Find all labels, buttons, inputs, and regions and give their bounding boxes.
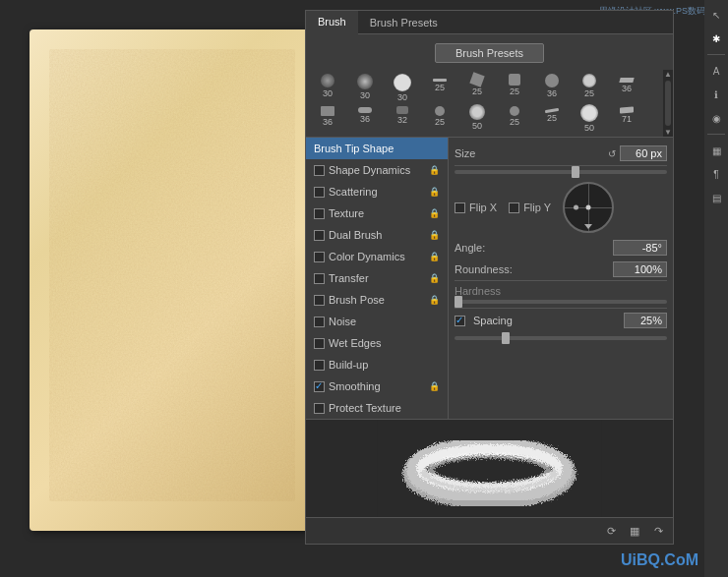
hardness-slider-thumb[interactable] [455, 296, 462, 308]
scroll-up-arrow[interactable]: ▲ [664, 70, 672, 79]
brush-item[interactable]: 25 [497, 104, 532, 133]
flip-x-item[interactable]: Flip X [455, 202, 497, 213]
size-slider-thumb[interactable] [572, 166, 579, 178]
brush-presets-button[interactable]: Brush Presets [435, 43, 544, 63]
brush-item[interactable]: 71 [609, 104, 644, 133]
brush-item[interactable]: 25 [534, 104, 570, 133]
panel-icon-arrow[interactable]: ↷ [649, 522, 667, 540]
brush-grid: 30 30 30 25 25 25 [306, 70, 663, 137]
spacing-checkbox[interactable] [455, 316, 465, 326]
brush-item[interactable]: 25 [422, 74, 457, 102]
color-dynamics-lock: 🔒 [429, 252, 440, 261]
transfer-lock: 🔒 [429, 273, 440, 283]
smoothing-checkbox[interactable] [314, 381, 325, 392]
tab-brush-presets[interactable]: Brush Presets [358, 11, 450, 33]
texture-checkbox[interactable] [314, 208, 325, 219]
shape-dynamics-checkbox[interactable] [314, 165, 325, 176]
brush-list-item-brush-tip-shape[interactable]: Brush Tip Shape [306, 138, 448, 159]
spacing-slider-thumb[interactable] [502, 332, 510, 344]
brush-list-item-scattering[interactable]: Scattering 🔒 [306, 181, 448, 202]
transfer-label: Transfer [329, 272, 369, 284]
list-icon[interactable]: ▤ [706, 188, 726, 207]
brush-list-item-wet-edges[interactable]: Wet Edges [306, 332, 448, 354]
brush-list-item-color-dynamics[interactable]: Color Dynamics 🔒 [306, 246, 448, 267]
hardness-row: Hardness [455, 280, 667, 308]
shape-dynamics-lock: 🔒 [429, 165, 440, 175]
brush-item[interactable]: 25 [497, 74, 532, 102]
roundness-input[interactable] [613, 261, 667, 277]
cursor-icon[interactable]: ↖ [706, 5, 726, 25]
spacing-input[interactable] [624, 313, 667, 328]
protect-texture-label: Protect Texture [329, 402, 401, 414]
angle-row: Angle: [455, 237, 667, 259]
panel-icon-loop[interactable]: ⟳ [602, 522, 620, 540]
brush-list-item-smoothing[interactable]: Smoothing 🔒 [306, 375, 448, 397]
grid-scrollbar[interactable]: ▲ ▼ [663, 70, 673, 137]
dual-brush-label: Dual Brush [329, 229, 382, 241]
spacing-label: Spacing [473, 315, 513, 326]
brush-list-item-build-up[interactable]: Build-up [306, 354, 448, 375]
brush-item[interactable]: 25 [459, 74, 495, 102]
dual-brush-checkbox[interactable] [314, 230, 325, 241]
brush-item[interactable]: 36 [347, 104, 383, 133]
protect-texture-checkbox[interactable] [314, 403, 325, 414]
flip-y-checkbox[interactable] [509, 202, 519, 213]
size-slider-row [455, 166, 667, 178]
panel-icon-grid[interactable]: ▦ [626, 522, 643, 540]
brush-item[interactable]: 30 [385, 74, 420, 102]
paragraph-icon[interactable]: ¶ [706, 164, 726, 184]
brush-item[interactable]: 50 [459, 104, 495, 133]
scattering-label: Scattering [329, 186, 378, 198]
compass-dot-center [586, 205, 591, 210]
angle-input[interactable] [613, 240, 667, 256]
brush-list-item-dual-brush[interactable]: Dual Brush 🔒 [306, 224, 448, 246]
tab-brush[interactable]: Brush [306, 11, 358, 34]
brush-list-item-texture[interactable]: Texture 🔒 [306, 202, 448, 224]
brush-icon[interactable]: ✱ [706, 29, 726, 48]
transfer-checkbox[interactable] [314, 273, 325, 284]
color-icon[interactable]: ◉ [706, 108, 726, 128]
grid-icon[interactable]: ▦ [706, 141, 726, 160]
size-refresh-icon[interactable]: ↺ [608, 148, 616, 159]
brush-list-item-noise[interactable]: Noise [306, 311, 448, 332]
brush-list-item-shape-dynamics[interactable]: Shape Dynamics 🔒 [306, 159, 448, 181]
size-slider-track[interactable] [455, 170, 667, 174]
texture-label: Texture [329, 207, 364, 219]
scattering-checkbox[interactable] [314, 187, 325, 198]
size-row: Size ↺ [455, 142, 667, 166]
brush-item[interactable]: 25 [572, 74, 607, 102]
brush-item[interactable]: 36 [534, 74, 570, 102]
flip-y-item[interactable]: Flip Y [509, 202, 551, 213]
spacing-slider-track[interactable] [455, 336, 667, 340]
roundness-label: Roundness: [455, 263, 525, 275]
brush-tip-shape-label: Brush Tip Shape [314, 143, 394, 154]
brush-item[interactable]: 30 [310, 74, 345, 102]
brush-item[interactable]: 25 [422, 104, 457, 133]
compass-widget[interactable] [563, 182, 614, 233]
brush-pose-lock: 🔒 [429, 295, 440, 305]
brush-list-item-brush-pose[interactable]: Brush Pose 🔒 [306, 289, 448, 311]
flip-x-checkbox[interactable] [455, 202, 465, 213]
hardness-slider[interactable] [455, 300, 667, 304]
info-icon[interactable]: ℹ [706, 85, 726, 104]
wet-edges-checkbox[interactable] [314, 338, 325, 349]
brush-item[interactable]: 30 [347, 74, 383, 102]
brush-item[interactable]: 32 [385, 104, 420, 133]
brush-item[interactable]: 36 [310, 104, 345, 133]
size-input[interactable] [620, 145, 667, 161]
right-toolbar: ↖ ✱ A ℹ ◉ ▦ ¶ ▤ [704, 0, 728, 577]
scroll-down-arrow[interactable]: ▼ [664, 128, 672, 137]
brush-item[interactable]: 36 [609, 74, 644, 102]
brush-item[interactable]: 50 [572, 104, 607, 133]
noise-checkbox[interactable] [314, 317, 325, 327]
brush-preview-area [306, 419, 673, 517]
panel-tabs: Brush Brush Presets [306, 11, 673, 34]
brush-pose-checkbox[interactable] [314, 295, 325, 306]
color-dynamics-checkbox[interactable] [314, 252, 325, 262]
brush-list-item-protect-texture[interactable]: Protect Texture [306, 397, 448, 419]
brush-pose-label: Brush Pose [329, 294, 385, 306]
brush-list-item-transfer[interactable]: Transfer 🔒 [306, 267, 448, 289]
dual-brush-lock: 🔒 [429, 230, 440, 240]
build-up-checkbox[interactable] [314, 360, 325, 371]
text-icon[interactable]: A [706, 61, 726, 81]
